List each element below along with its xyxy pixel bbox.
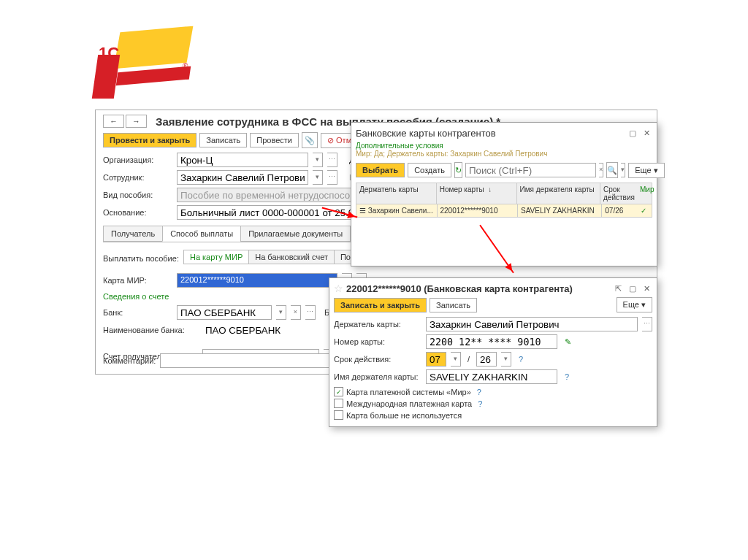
search-icon[interactable]: 🔍	[606, 162, 618, 178]
exp-m-dropdown[interactable]: ▾	[451, 352, 461, 367]
help3-icon[interactable]: ?	[477, 388, 481, 396]
org-open[interactable]: ⋯	[327, 153, 337, 167]
intl-check-label: Международная платежная карта	[346, 399, 472, 408]
dialog2-title: 220012******9010 (Банковская карта контр…	[346, 283, 573, 294]
benefit-input	[177, 188, 359, 202]
cell-holdername: SAVELIY ZAKHARKIN	[518, 204, 602, 217]
write2-button[interactable]: Записать	[430, 298, 477, 312]
bank-clear[interactable]: ×	[291, 305, 301, 320]
emp-input[interactable]	[177, 170, 308, 185]
emp-label: Сотрудник:	[103, 173, 172, 182]
bankname-label: Наименование банка:	[103, 326, 198, 334]
cell-mir: ✓	[638, 204, 652, 217]
subtab-bank[interactable]: На банковский счет	[248, 250, 335, 264]
bank-label: Банк:	[103, 308, 172, 317]
search-dropdown[interactable]: ▾	[621, 163, 625, 177]
tab-payment[interactable]: Способ выплаты	[162, 226, 241, 242]
logo-1c: 1С®	[95, 29, 197, 102]
create-button[interactable]: Создать	[408, 163, 451, 177]
favorite-icon[interactable]: ☆	[334, 283, 343, 294]
exp-y-dropdown[interactable]: ▾	[501, 352, 511, 367]
org-input[interactable]	[177, 153, 308, 167]
attach-icon[interactable]: 📎	[302, 132, 318, 148]
bank-dropdown[interactable]: ▾	[276, 305, 286, 320]
close2-icon[interactable]: ✕	[641, 283, 652, 294]
subtab-mir[interactable]: На карту МИР	[183, 250, 249, 264]
refresh-icon[interactable]: ↻	[454, 162, 462, 178]
conditions-label: Дополнительные условия	[356, 142, 652, 150]
bankname-input	[202, 323, 348, 337]
close-icon[interactable]: ✕	[641, 127, 652, 139]
holder-input[interactable]	[426, 317, 638, 331]
col-mir[interactable]: Мир	[637, 183, 652, 204]
link-icon[interactable]: ⇱	[613, 283, 625, 294]
holder-label: Держатель карты:	[334, 320, 421, 329]
intl-checkbox[interactable]	[334, 399, 343, 408]
org-dropdown[interactable]: ▾	[313, 153, 323, 167]
col-holder[interactable]: Держатель карты	[356, 183, 437, 204]
col-expiry[interactable]: Срок действия	[600, 183, 637, 204]
detach2-icon[interactable]: ▢	[627, 283, 638, 294]
search-clear[interactable]: ×	[599, 163, 603, 177]
mir-check-label: Карта платежной системы «Мир»	[346, 388, 471, 396]
help-icon[interactable]: ?	[519, 355, 523, 364]
table-row[interactable]: ☰ Захаркин Савели... 220012******9010 SA…	[356, 204, 652, 218]
forward-button[interactable]: →	[126, 115, 147, 128]
pay-benefit-label: Выплатить пособие:	[103, 254, 179, 263]
emp-open[interactable]: ⋯	[327, 170, 337, 185]
mir-input[interactable]: 220012******9010	[177, 273, 337, 288]
org-label: Организация:	[103, 156, 172, 164]
basis-label: Основание:	[103, 208, 172, 217]
col-holdername[interactable]: Имя держателя карты	[517, 183, 601, 204]
expiry-label: Срок действия:	[334, 355, 421, 364]
basis-input[interactable]	[177, 205, 359, 220]
exp-month-input[interactable]	[426, 352, 446, 367]
bank-open[interactable]: ⋯	[305, 305, 316, 320]
help4-icon[interactable]: ?	[478, 399, 482, 408]
commit-button[interactable]: Провести	[250, 133, 299, 147]
holdernameat-label: Имя держателя карты:	[334, 372, 421, 381]
back-button[interactable]: ←	[103, 115, 124, 128]
holder-open[interactable]: ⋯	[642, 317, 652, 331]
card-edit-dialog: ☆220012******9010 (Банковская карта конт…	[329, 277, 657, 427]
search-input[interactable]	[465, 163, 596, 177]
cards-list-dialog: Банковские карты контрагентов ▢ ✕ Дополн…	[351, 122, 657, 266]
commit-close-button[interactable]: Провести и закрыть	[103, 133, 196, 147]
comment-label: Комментарий:	[103, 356, 156, 365]
tab-docs[interactable]: Прилагаемые документы	[240, 226, 351, 242]
unused-check-label: Карта больше не используется	[346, 411, 462, 420]
more-button[interactable]: Еще ▾	[628, 163, 664, 178]
conditions-text: Мир: Да; Держатель карты: Захаркин Савел…	[356, 150, 652, 158]
emp-dropdown[interactable]: ▾	[313, 170, 323, 185]
cell-number: 220012******9010	[438, 204, 519, 217]
select-button[interactable]: Выбрать	[356, 163, 405, 177]
number-input[interactable]	[426, 334, 557, 349]
bank-input[interactable]	[177, 305, 272, 320]
cell-holder: ☰ Захаркин Савели...	[356, 204, 438, 217]
help2-icon[interactable]: ?	[565, 372, 569, 381]
detach-icon[interactable]: ▢	[627, 127, 638, 139]
benefit-label: Вид пособия:	[103, 191, 172, 199]
holdername-input[interactable]	[426, 369, 557, 384]
number-label: Номер карты:	[334, 337, 421, 346]
mir-checkbox[interactable]: ✓	[334, 387, 343, 396]
exp-year-input[interactable]	[476, 352, 497, 367]
tab-recipient[interactable]: Получатель	[103, 226, 163, 242]
mir-label: Карта МИР:	[103, 276, 172, 285]
cell-expiry: 07/26	[602, 204, 637, 217]
save-close-button[interactable]: Записать и закрыть	[334, 298, 427, 312]
col-number[interactable]: Номер карты ↓	[437, 183, 517, 204]
unused-checkbox[interactable]	[334, 410, 343, 420]
table-header: Держатель карты Номер карты ↓ Имя держат…	[356, 183, 652, 204]
edit-icon[interactable]: ✎	[565, 337, 571, 347]
write-button[interactable]: Записать	[199, 133, 247, 147]
dialog-title: Банковские карты контрагентов	[356, 128, 496, 139]
more2-button[interactable]: Еще ▾	[617, 297, 652, 312]
